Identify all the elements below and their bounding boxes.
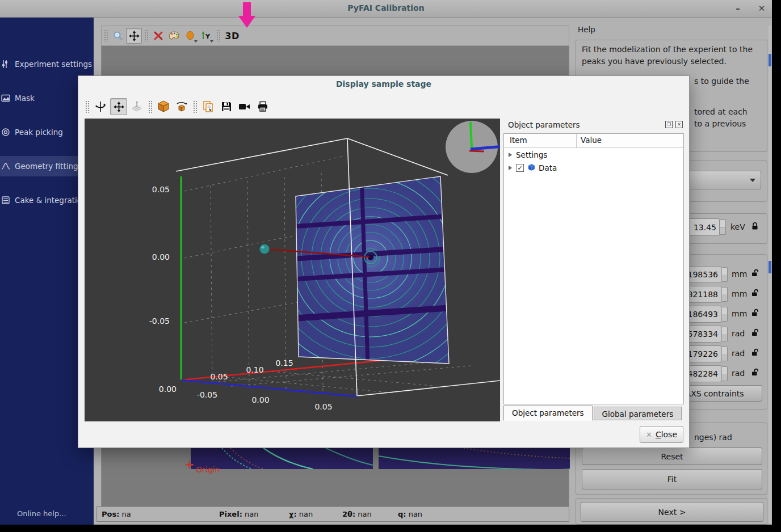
main-toolbar: Y 3D <box>101 26 569 46</box>
3d-scene: 0.05 0.00 -0.05 0.00 0.05 0.10 0.15 -0.0… <box>85 119 500 421</box>
zoom-tool-button[interactable] <box>110 28 126 44</box>
spin-buttons[interactable] <box>722 366 728 381</box>
online-help-link[interactable]: Online help... <box>17 509 66 518</box>
energy-unit-label: keV <box>730 222 745 231</box>
help-text-line: peaks you have previously selected. <box>582 57 727 66</box>
sidebar-item-experiment-settings[interactable]: Experiment settings <box>0 54 94 74</box>
spin-buttons[interactable] <box>722 327 728 341</box>
save-button[interactable] <box>218 98 235 115</box>
tab-object-parameters[interactable]: Object parameters <box>503 406 593 421</box>
diffraction-image-strip <box>379 448 570 469</box>
next-button[interactable]: Next > <box>581 502 763 522</box>
pan-tool-button[interactable] <box>126 28 142 44</box>
window-title: PyFAI Calibration <box>0 3 772 12</box>
window-titlebar[interactable]: PyFAI Calibration – ✕ <box>0 0 772 18</box>
dock-header: Object parameters ❐ ✕ <box>503 120 684 132</box>
rotate-icon <box>94 100 107 113</box>
tree-row-data[interactable]: ✓ Data <box>504 161 683 174</box>
expander-icon[interactable] <box>509 153 512 157</box>
sidebar-item-label: Experiment settings <box>15 60 92 69</box>
points-style-button[interactable] <box>182 28 198 44</box>
lock-closed-icon[interactable] <box>751 222 759 230</box>
close-label-suffix: lose <box>661 430 677 439</box>
close-label-prefix: C <box>656 430 661 439</box>
unit-label: mm <box>732 289 747 298</box>
zoom-icon <box>113 31 123 41</box>
spin-buttons[interactable] <box>722 287 728 302</box>
spin-buttons[interactable] <box>722 347 728 361</box>
float-panel-icon[interactable]: ❐ <box>665 121 673 128</box>
orientation-indicator <box>446 121 500 173</box>
copy-snapshot-button[interactable] <box>200 98 217 115</box>
column-value[interactable]: Value <box>581 136 602 145</box>
cube-orientation-button[interactable] <box>173 98 190 115</box>
expander-icon[interactable] <box>509 166 512 170</box>
tree-row-settings[interactable]: Settings <box>504 148 683 161</box>
record-video-button[interactable] <box>236 98 253 115</box>
y-tick-label: -0.05 <box>197 390 217 399</box>
rings-icon <box>1 128 10 137</box>
toolbar-grip[interactable] <box>216 29 220 42</box>
column-divider[interactable] <box>576 134 577 147</box>
panel-scrollbar[interactable] <box>769 26 771 523</box>
y-axis-orientation-button[interactable]: Y <box>198 28 214 44</box>
unit-label: rad <box>732 369 745 378</box>
lock-open-icon[interactable] <box>751 269 759 277</box>
lock-open-icon[interactable] <box>751 328 759 337</box>
x-tick-label: 0.15 <box>275 358 293 368</box>
integration-icon <box>1 196 10 205</box>
lock-open-icon[interactable] <box>751 309 759 317</box>
unit-label: rad <box>732 349 745 358</box>
desktop: PyFAI Calibration – ✕ Experiment setting… <box>0 0 781 532</box>
dialog-close-button[interactable]: ✕ Close <box>640 426 683 443</box>
lock-open-icon[interactable] <box>751 368 759 377</box>
reset-button[interactable]: Reset <box>582 447 762 465</box>
lock-open-icon[interactable] <box>751 348 759 357</box>
copy-icon <box>202 100 215 113</box>
spin-buttons[interactable] <box>722 267 728 282</box>
close-panel-icon[interactable]: ✕ <box>675 121 683 128</box>
toolbar-grip[interactable] <box>85 100 89 113</box>
next-group-box: Next > <box>576 498 767 525</box>
tree-row-label: Data <box>539 163 557 172</box>
save-icon <box>221 101 232 112</box>
energy-spin-buttons[interactable] <box>720 219 726 235</box>
rotate-view-button[interactable] <box>92 98 109 115</box>
toolbar-grip[interactable] <box>148 100 152 113</box>
pan-icon <box>114 102 124 112</box>
column-item[interactable]: Item <box>510 136 527 145</box>
bounding-box-button[interactable] <box>155 98 172 115</box>
video-camera-icon <box>238 102 251 112</box>
dropdown-arrow-icon <box>194 40 198 43</box>
display-sample-stage-dialog: Display sample stage <box>78 75 690 448</box>
clear-button[interactable] <box>150 28 166 44</box>
mask-icon <box>1 94 10 103</box>
plane-select-button[interactable] <box>128 98 145 115</box>
toolbar-grip[interactable] <box>104 29 108 42</box>
minimize-button[interactable]: – <box>731 2 745 15</box>
3d-viewport[interactable]: 0.05 0.00 -0.05 0.00 0.05 0.10 0.15 -0.0… <box>85 119 500 421</box>
lock-open-icon[interactable] <box>751 289 759 297</box>
colormap-button[interactable] <box>166 28 182 44</box>
help-text-line: Fit the modelization of the experient to… <box>582 45 753 54</box>
data-visibility-checkbox[interactable]: ✓ <box>516 164 524 172</box>
parameters-tree: Item Value Settings ✓ Data <box>503 133 684 404</box>
dialog-title: Display sample stage <box>78 79 689 88</box>
annotation-arrow-icon <box>237 2 257 28</box>
tab-global-parameters[interactable]: Global parameters <box>594 407 682 420</box>
spin-buttons[interactable] <box>722 307 728 322</box>
unit-label: rad <box>732 329 745 338</box>
close-button[interactable]: ✕ <box>755 2 769 15</box>
cube-rotate-icon <box>175 100 188 113</box>
sidebar-item-label: Cake & integration <box>15 196 87 205</box>
origin-marker-icon: + <box>184 458 195 471</box>
status-q-label: q: <box>398 510 406 518</box>
print-button[interactable] <box>254 98 271 115</box>
pan-view-button[interactable] <box>110 98 127 115</box>
toolbar-grip[interactable] <box>193 100 197 113</box>
fit-button[interactable]: Fit <box>582 469 762 489</box>
toolbar-grip[interactable] <box>144 29 148 42</box>
3d-visualization-button[interactable]: 3D <box>222 28 242 44</box>
scrollbar-mark <box>769 261 771 273</box>
orange-dot-icon <box>185 31 195 41</box>
